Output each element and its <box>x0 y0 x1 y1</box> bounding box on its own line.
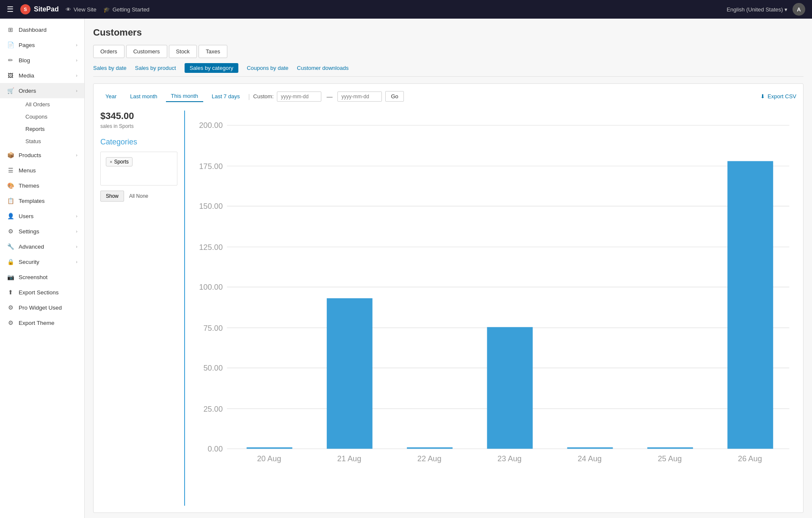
logo: S SitePad <box>20 4 59 14</box>
sales-amount: $345.00 <box>100 111 177 122</box>
svg-text:25 Aug: 25 Aug <box>658 454 682 463</box>
tab-taxes[interactable]: Taxes <box>199 45 227 58</box>
chevron-right-icon: › <box>76 152 77 158</box>
bar-chart-svg: 200.00 175.00 150.00 125.00 <box>192 111 796 506</box>
chevron-right-icon: › <box>76 259 77 264</box>
svg-text:100.00: 100.00 <box>199 283 223 291</box>
pro-widget-icon: ⚙ <box>7 304 14 311</box>
chart-left-panel: $345.00 sales in Sports Categories × Spo… <box>100 111 185 506</box>
chevron-right-icon: › <box>76 58 77 63</box>
period-last-7-days[interactable]: Last 7 days <box>207 91 245 102</box>
sidebar-item-templates[interactable]: 📋 Templates <box>0 193 84 208</box>
period-last-month[interactable]: Last month <box>125 91 162 102</box>
tab-orders[interactable]: Orders <box>93 45 124 58</box>
themes-icon: 🎨 <box>7 182 14 189</box>
products-icon: 📦 <box>7 151 14 159</box>
chevron-right-icon: › <box>76 88 77 93</box>
chart-layout: $345.00 sales in Sports Categories × Spo… <box>100 111 796 506</box>
sidebar-item-pro-widget[interactable]: ⚙ Pro Widget Used <box>0 300 84 315</box>
dashboard-icon: ⊞ <box>7 26 14 33</box>
top-nav: ☰ S SitePad 👁 View Site 🎓 Getting Starte… <box>0 0 812 19</box>
svg-text:26 Aug: 26 Aug <box>738 454 762 463</box>
svg-text:125.00: 125.00 <box>199 243 223 252</box>
bar-22aug <box>407 447 453 449</box>
date-dash: — <box>326 93 332 100</box>
period-year[interactable]: Year <box>100 91 122 102</box>
sidebar-item-themes[interactable]: 🎨 Themes <box>0 178 84 193</box>
page-title: Customers <box>93 27 804 38</box>
security-icon: 🔒 <box>7 258 14 266</box>
svg-text:50.00: 50.00 <box>203 363 223 372</box>
getting-started-link[interactable]: 🎓 Getting Started <box>103 6 149 13</box>
categories-title: Categories <box>100 138 177 147</box>
subnav-sales-by-category[interactable]: Sales by category <box>185 63 238 73</box>
bar-26aug <box>727 161 773 449</box>
svg-text:200.00: 200.00 <box>199 121 223 130</box>
category-controls: Show All None <box>100 191 177 202</box>
sidebar-item-reports[interactable]: Reports <box>19 123 84 135</box>
sidebar-item-all-orders[interactable]: All Orders <box>19 98 84 111</box>
sidebar-item-blog[interactable]: ✏ Blog › <box>0 53 84 68</box>
svg-text:24 Aug: 24 Aug <box>577 454 602 463</box>
subnav-sales-by-date[interactable]: Sales by date <box>93 63 127 73</box>
user-avatar[interactable]: A <box>793 3 805 16</box>
bar-25aug <box>647 447 693 449</box>
show-button[interactable]: Show <box>100 191 124 202</box>
go-button[interactable]: Go <box>385 91 403 102</box>
chevron-right-icon: › <box>76 244 77 249</box>
tab-customers[interactable]: Customers <box>126 45 167 58</box>
sidebar-item-menus[interactable]: ☰ Menus <box>0 163 84 178</box>
bar-24aug <box>567 447 613 449</box>
svg-text:22 Aug: 22 Aug <box>417 454 442 463</box>
subnav-coupons-by-date[interactable]: Coupons by date <box>247 63 288 73</box>
sidebar-item-coupons[interactable]: Coupons <box>19 111 84 123</box>
sidebar-item-screenshot[interactable]: 📷 Screenshot <box>0 269 84 285</box>
chevron-right-icon: › <box>76 42 77 47</box>
sidebar-item-pages[interactable]: 📄 Pages › <box>0 37 84 53</box>
view-site-link[interactable]: 👁 View Site <box>66 6 97 13</box>
chevron-right-icon: › <box>76 73 77 78</box>
tab-stock[interactable]: Stock <box>169 45 197 58</box>
sidebar-item-export-theme[interactable]: ⚙ Export Theme <box>0 315 84 330</box>
subnav-sales-by-product[interactable]: Sales by product <box>135 63 176 73</box>
sidebar-item-media[interactable]: 🖼 Media › <box>0 68 84 83</box>
svg-text:21 Aug: 21 Aug <box>337 454 362 463</box>
export-theme-icon: ⚙ <box>7 319 14 327</box>
menus-icon: ☰ <box>7 166 14 174</box>
users-icon: 👤 <box>7 212 14 220</box>
sidebar-item-export-sections[interactable]: ⬆ Export Sections <box>0 285 84 300</box>
bar-21aug <box>327 298 373 449</box>
export-csv-button[interactable]: ⬇ Export CSV <box>760 93 796 100</box>
main-content: Customers Orders Customers Stock Taxes S… <box>85 19 812 518</box>
sales-label: sales in Sports <box>100 123 177 129</box>
svg-text:0.00: 0.00 <box>208 444 223 453</box>
main-layout: ⊞ Dashboard 📄 Pages › ✏ Blog › 🖼 Media ›… <box>0 19 812 518</box>
svg-text:20 Aug: 20 Aug <box>257 454 281 463</box>
hamburger-icon[interactable]: ☰ <box>7 5 14 14</box>
sidebar-item-status[interactable]: Status <box>19 135 84 147</box>
subnav-customer-downloads[interactable]: Customer downloads <box>297 63 348 73</box>
sidebar-item-products[interactable]: 📦 Products › <box>0 147 84 163</box>
mortarboard-icon: 🎓 <box>103 6 110 13</box>
chevron-right-icon: › <box>76 213 77 219</box>
svg-text:150.00: 150.00 <box>199 202 223 211</box>
sidebar: ⊞ Dashboard 📄 Pages › ✏ Blog › 🖼 Media ›… <box>0 19 85 518</box>
category-tag-sports[interactable]: × Sports <box>106 157 133 166</box>
sidebar-item-users[interactable]: 👤 Users › <box>0 208 84 224</box>
period-nav: Year Last month This month Last 7 days |… <box>100 91 796 102</box>
report-area: Year Last month This month Last 7 days |… <box>93 83 804 513</box>
orders-submenu: All Orders Coupons Reports Status <box>0 98 84 147</box>
sidebar-item-settings[interactable]: ⚙ Settings › <box>0 224 84 239</box>
sidebar-item-dashboard[interactable]: ⊞ Dashboard <box>0 22 84 37</box>
sidebar-item-security[interactable]: 🔒 Security › <box>0 254 84 269</box>
custom-end-date[interactable] <box>337 91 382 102</box>
chevron-right-icon: › <box>76 229 77 234</box>
all-none-control[interactable]: All None <box>129 193 148 199</box>
chart-area: 200.00 175.00 150.00 125.00 <box>192 111 796 506</box>
period-this-month[interactable]: This month <box>166 91 203 102</box>
language-selector[interactable]: English (United States) ▾ <box>726 6 787 13</box>
custom-start-date[interactable] <box>277 91 321 102</box>
sidebar-item-advanced[interactable]: 🔧 Advanced › <box>0 239 84 254</box>
sidebar-item-orders[interactable]: 🛒 Orders › <box>0 83 84 98</box>
tabs-row: Orders Customers Stock Taxes <box>93 45 804 58</box>
